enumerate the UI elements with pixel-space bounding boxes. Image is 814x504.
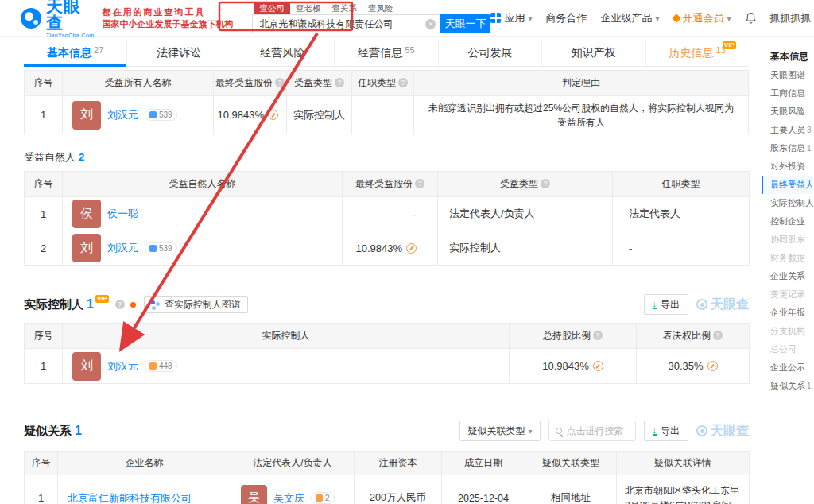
brand-slogan: 都在用的商业查询工具 国家中小企业发展子基金旗下机构 — [102, 6, 233, 30]
endorse-badge[interactable]: 448 — [145, 360, 177, 372]
nav-enterprise-label: 企业级产品 — [601, 11, 653, 25]
sidebar-item-shareholders[interactable]: 股东信息1 — [762, 139, 812, 157]
sidebar-item-investment[interactable]: 对外投资 — [762, 157, 812, 176]
person-link[interactable]: 吴文庆 — [273, 491, 304, 504]
vip-badge: VIP — [95, 295, 109, 303]
compass-icon[interactable] — [406, 243, 417, 254]
owner-name-cell: 刘 刘汉元 539 — [63, 96, 214, 134]
col-benefit-type: 受益类型 — [438, 172, 613, 197]
sidebar-item-company-relations[interactable]: 企业关系 — [762, 267, 812, 285]
info-icon[interactable] — [713, 331, 723, 340]
person-link[interactable]: 刘汉元 — [107, 241, 138, 255]
search-tab-company[interactable]: 查公司 — [254, 2, 290, 14]
search-tab-relation[interactable]: 查关系 — [326, 2, 362, 14]
sidebar-item-head-office[interactable]: 总公司 — [762, 340, 812, 359]
beneficial-owner-table: 序号 受益所有人名称 最终受益股份 受益类型 任职类型 判定理由 1 刘 刘汉元… — [24, 70, 749, 134]
sidebar-item-actual-controller[interactable]: 实际控制人 — [762, 194, 812, 212]
endorse-badge[interactable]: 2 — [311, 492, 335, 504]
sidebar-item-controlled-companies[interactable]: 控制企业 — [762, 212, 812, 231]
sidebar-item-annual-report[interactable]: 企业年报 — [762, 304, 812, 322]
sidebar-item-financial-data[interactable]: 财务数据 — [762, 249, 812, 267]
sidebar-item-company-announcement[interactable]: 企业公示 — [762, 359, 812, 377]
search-tab-risk[interactable]: 查风险 — [362, 2, 399, 14]
controller-graph-button[interactable]: 查实际控制人图谱 — [144, 296, 248, 313]
tianyancha-logo[interactable]: 天眼查 TianYanCha.Com — [21, 0, 94, 38]
tab-legal[interactable]: 法律诉讼 — [127, 40, 231, 66]
clear-search-icon[interactable] — [425, 19, 436, 29]
nav-apps-label: 应用 — [504, 11, 525, 25]
sidebar-item-graph[interactable]: 天眼图谱 — [762, 66, 812, 84]
legal-rep-cell: 吴 吴文庆 2 — [231, 475, 355, 504]
chevron-down-icon — [727, 12, 731, 24]
col-relation-type: 疑似关联类型 — [525, 452, 617, 475]
sidebar-item-suspected-relations[interactable]: 疑似关系1 — [762, 377, 812, 395]
col-benefit-type: 受益类型 — [287, 71, 352, 96]
nav-user[interactable]: 抓抓抓抓 — [770, 11, 814, 25]
tab-label: 法律诉讼 — [157, 46, 201, 60]
company-tabbar: 基本信息 27 法律诉讼 经营风险 经营信息 55 公司发展 知识产权 历史信息… — [24, 40, 749, 67]
search-input[interactable] — [253, 18, 440, 29]
info-icon[interactable] — [335, 78, 344, 87]
search-tabs: 查公司 查老板 查关系 查风险 — [254, 2, 490, 14]
endorse-badge[interactable]: 539 — [145, 242, 177, 254]
info-icon[interactable] — [398, 78, 408, 87]
info-icon[interactable] — [115, 300, 125, 309]
company-link[interactable]: 北京富仁新能科技有限公司 — [68, 492, 192, 504]
sidebar-item-branches[interactable]: 分支机构 — [762, 322, 812, 340]
sidebar-item-key-people[interactable]: 主要人员3 — [762, 121, 812, 139]
slogan-line-1: 都在用的商业查询工具 — [102, 6, 233, 18]
nav-cooperation-label: 商务合作 — [546, 11, 587, 25]
person-link[interactable]: 刘汉元 — [107, 359, 138, 374]
nav-apps[interactable]: 应用 — [490, 11, 532, 25]
tab-history[interactable]: 历史信息 13 VIP — [646, 40, 749, 66]
notification-bell-icon[interactable] — [745, 12, 757, 25]
col-person-name: 受益自然人名称 — [63, 172, 343, 197]
export-button[interactable]: 导出 — [644, 294, 689, 315]
search-button[interactable]: 天眼一下 — [440, 14, 490, 33]
info-icon[interactable] — [541, 179, 550, 188]
compass-icon[interactable] — [707, 361, 718, 371]
tab-operation-risk[interactable]: 经营风险 — [231, 40, 335, 66]
info-icon[interactable] — [593, 331, 603, 340]
sidebar-item-basic-info[interactable]: 基本信息 — [762, 48, 812, 66]
sidebar-item-beneficial-owner[interactable]: 最终受益人 — [762, 176, 812, 194]
tab-basic-info[interactable]: 基本信息 27 — [24, 40, 127, 66]
chevron-down-icon — [656, 12, 660, 24]
company-name-cell: 北京富仁新能科技有限公司 — [58, 475, 231, 504]
endorse-badge[interactable]: 539 — [145, 109, 177, 121]
col-company-name: 企业名称 — [58, 452, 231, 475]
table-row: 1 侯 侯一聪 - 法定代表人/负责人 法定代表人 — [25, 197, 750, 231]
export-button[interactable]: 导出 — [644, 421, 689, 441]
info-icon[interactable] — [275, 78, 285, 87]
search-tab-boss[interactable]: 查老板 — [290, 2, 327, 14]
main-content: 序号 受益所有人名称 最终受益股份 受益类型 任职类型 判定理由 1 刘 刘汉元… — [24, 70, 749, 504]
col-total-share: 总持股比例 — [510, 324, 637, 349]
anchor-sidebar: 基本信息 天眼图谱 工商信息 天眼风险 主要人员3 股东信息1 对外投资 最终受… — [762, 48, 812, 395]
col-relation-detail: 疑似关联详情 — [617, 452, 750, 475]
tab-development[interactable]: 公司发展 — [439, 40, 542, 66]
person-link[interactable]: 刘汉元 — [107, 108, 138, 122]
nav-cooperation[interactable]: 商务合作 — [546, 11, 587, 25]
tab-ip[interactable]: 知识产权 — [542, 40, 645, 66]
sidebar-item-change-records[interactable]: 变更记录 — [762, 285, 812, 304]
col-reg-capital: 注册资本 — [355, 452, 442, 475]
table-row: 1 刘 刘汉元 539 10.9843% 实际控制人 未能穿透识别出拥有或超过2… — [25, 96, 749, 134]
share-cell: 10.9843% — [214, 96, 287, 134]
compass-icon[interactable] — [593, 361, 603, 371]
nav-enterprise[interactable]: 企业级产品 — [601, 11, 660, 25]
sidebar-item-co-shareholders[interactable]: 协同股东 — [762, 231, 812, 249]
col-controller-name: 实际控制人 — [63, 324, 510, 349]
section-search-box[interactable]: 点击进行搜索 — [548, 421, 636, 441]
sidebar-item-business-info[interactable]: 工商信息 — [762, 84, 812, 103]
relation-type-filter[interactable]: 疑似关联类型 — [459, 421, 540, 441]
nav-vip[interactable]: 开通会员 — [673, 11, 731, 25]
vip-badge: VIP — [723, 41, 736, 49]
sidebar-item-risk[interactable]: 天眼风险 — [762, 103, 812, 121]
person-link[interactable]: 侯一聪 — [107, 207, 138, 221]
row-index: 1 — [25, 96, 63, 134]
compass-icon[interactable] — [268, 110, 278, 120]
tab-operation-info[interactable]: 经营信息 55 — [335, 40, 438, 66]
vip-diamond-icon — [672, 14, 680, 22]
download-icon — [653, 427, 657, 436]
info-icon[interactable] — [415, 179, 424, 188]
